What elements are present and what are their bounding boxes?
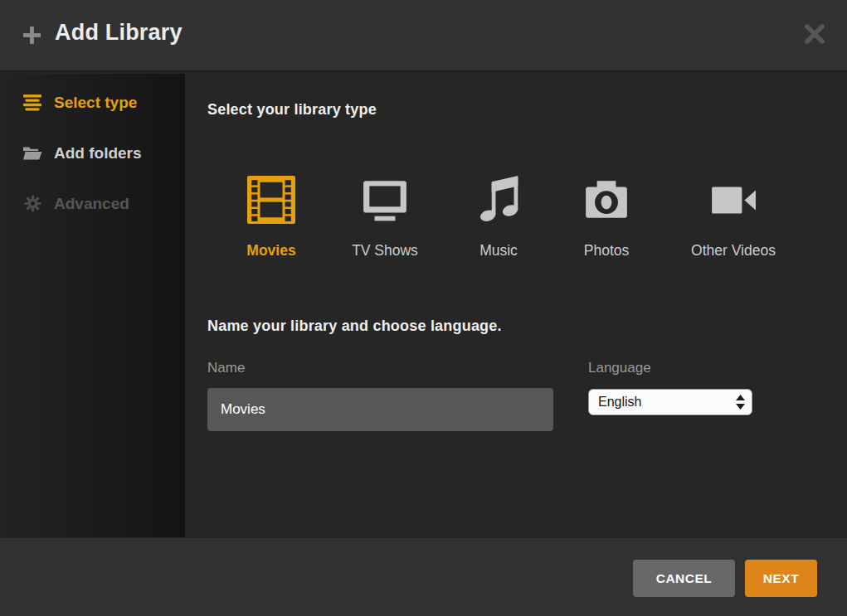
- sidebar-item-select-type[interactable]: Select type: [0, 77, 185, 128]
- tv-icon: [361, 176, 409, 224]
- section-title-name-language: Name your library and choose language.: [207, 318, 502, 335]
- video-camera-icon: [709, 176, 757, 224]
- add-library-dialog: Add Library Select type: [0, 0, 847, 616]
- sidebar-item-advanced[interactable]: Advanced: [0, 178, 185, 229]
- language-select[interactable]: English: [588, 389, 752, 415]
- name-field-label: Name: [207, 360, 245, 376]
- sidebar-item-label: Advanced: [54, 195, 129, 213]
- list-icon: [22, 94, 42, 112]
- sidebar-item-add-folders[interactable]: Add folders: [0, 128, 185, 178]
- library-type-music[interactable]: Music: [442, 176, 555, 259]
- film-icon: [247, 176, 295, 224]
- music-note-icon: [475, 176, 523, 224]
- language-field-label: Language: [588, 360, 651, 376]
- library-type-label: Movies: [215, 242, 328, 259]
- plus-icon: [22, 26, 41, 45]
- select-stepper-icon: [736, 395, 745, 410]
- dialog-header: Add Library: [0, 0, 847, 72]
- section-title-select-type: Select your library type: [207, 101, 377, 119]
- library-type-label: Music: [442, 242, 555, 259]
- sidebar-item-label: Select type: [54, 94, 137, 112]
- language-selected-value: English: [589, 395, 736, 410]
- library-type-label: Photos: [550, 242, 663, 259]
- library-type-label: TV Shows: [329, 242, 441, 259]
- camera-icon: [582, 176, 630, 224]
- dialog-title: Add Library: [55, 20, 183, 46]
- dialog-footer: CANCEL NEXT: [0, 537, 847, 616]
- steps-sidebar: Select type Add folders: [0, 74, 185, 537]
- library-type-other-videos[interactable]: Other Videos: [677, 176, 790, 259]
- library-name-input[interactable]: [207, 388, 553, 431]
- library-type-label: Other Videos: [677, 242, 790, 259]
- next-button[interactable]: NEXT: [745, 560, 817, 597]
- gear-icon: [22, 195, 42, 213]
- library-type-tv-shows[interactable]: TV Shows: [329, 176, 441, 259]
- sidebar-item-label: Add folders: [54, 144, 142, 162]
- library-type-photos[interactable]: Photos: [550, 176, 663, 259]
- library-type-movies[interactable]: Movies: [215, 176, 328, 259]
- folder-icon: [22, 144, 42, 162]
- cancel-button[interactable]: CANCEL: [633, 560, 735, 597]
- close-icon[interactable]: [805, 24, 825, 44]
